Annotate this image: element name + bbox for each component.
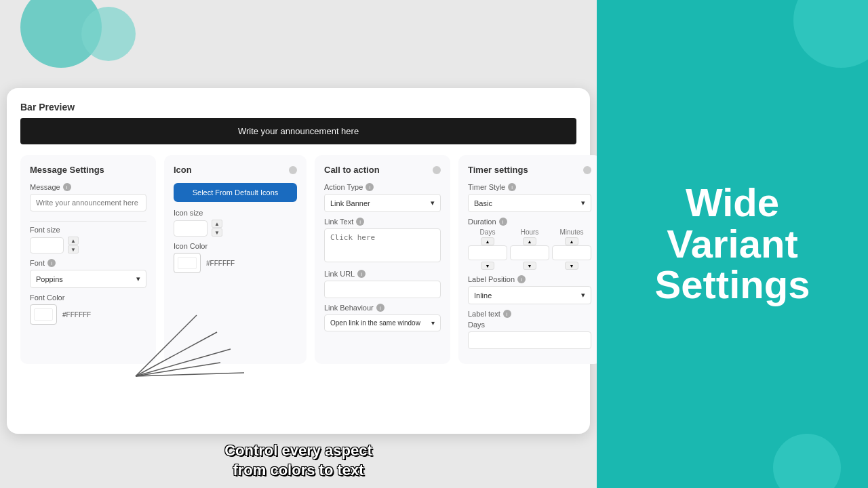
announcement-bar: Write your announcement here bbox=[20, 118, 576, 144]
font-size-spinner: 14 ▲ ▼ bbox=[30, 237, 146, 253]
duration-grid: Days ▲ 00 ▼ Hours ▲ 12 bbox=[468, 228, 591, 270]
timer-toggle[interactable] bbox=[583, 166, 591, 174]
icon-size-up[interactable]: ▲ bbox=[212, 220, 222, 228]
label-position-label: Label Position i bbox=[468, 275, 591, 283]
minutes-down-arrow: ▼ bbox=[552, 262, 591, 270]
message-section-header: Message Settings bbox=[30, 165, 146, 175]
left-panel: Bar Preview Write your announcement here… bbox=[0, 0, 597, 488]
icon-color-label: Icon Color bbox=[174, 242, 297, 250]
timer-style-label: Timer Style i bbox=[468, 183, 591, 191]
label-position-select[interactable]: Inline ▾ bbox=[468, 286, 591, 304]
right-circle-bottom bbox=[773, 434, 841, 488]
minutes-up-arrow: ▲ bbox=[552, 237, 591, 245]
minutes-input[interactable]: 00 bbox=[552, 245, 591, 260]
message-input[interactable] bbox=[30, 194, 146, 211]
icon-size-arrows: ▲ ▼ bbox=[212, 220, 222, 237]
timer-settings-section: Timer settings Timer Style i Basic ▾ Dur… bbox=[458, 155, 597, 364]
hours-chevron-down[interactable]: ▼ bbox=[523, 262, 536, 270]
link-url-label: Link URL i bbox=[324, 270, 441, 278]
font-info-icon: i bbox=[47, 259, 56, 267]
icon-size-down[interactable]: ▼ bbox=[212, 228, 222, 237]
cta-settings-section: Call to action Action Type i Link Banner… bbox=[315, 155, 450, 364]
font-color-preview bbox=[34, 308, 53, 321]
label-position-info-icon: i bbox=[517, 275, 526, 283]
action-type-label: Action Type i bbox=[324, 183, 441, 191]
caption-bar: Control every aspect from colors to text bbox=[0, 434, 597, 488]
select-default-icons-btn[interactable]: Select From Default Icons bbox=[174, 183, 297, 202]
label-position-chevron-icon: ▾ bbox=[581, 291, 585, 300]
behaviour-select[interactable]: Open link in the same window ▾ bbox=[324, 314, 441, 331]
duration-info-icon: i bbox=[499, 218, 507, 226]
font-size-down[interactable]: ▼ bbox=[68, 245, 79, 253]
minutes-chevron-up[interactable]: ▲ bbox=[565, 237, 578, 245]
days-col: Days ▲ 00 ▼ bbox=[468, 228, 507, 270]
decorative-circle-right bbox=[81, 7, 136, 61]
timer-section-title: Timer settings bbox=[468, 165, 528, 175]
link-text-label: Link Text i bbox=[324, 218, 441, 226]
font-size-up[interactable]: ▲ bbox=[68, 237, 79, 245]
settings-grid: Message Settings Message i Font size 14 … bbox=[20, 155, 576, 364]
message-label: Message i bbox=[30, 183, 146, 191]
hours-down-arrow: ▼ bbox=[510, 262, 549, 270]
cta-toggle[interactable] bbox=[433, 166, 441, 174]
minutes-col: Minutes ▲ 00 ▼ bbox=[552, 228, 591, 270]
label-text-label: Label text i bbox=[468, 310, 591, 318]
hours-label: Hours bbox=[510, 228, 549, 236]
icon-size-input[interactable]: 14 bbox=[174, 220, 208, 237]
behaviour-info-icon: i bbox=[376, 304, 384, 312]
timer-style-chevron-icon: ▾ bbox=[581, 199, 585, 207]
icon-size-spinner: 14 ▲ ▼ bbox=[174, 220, 297, 237]
bar-preview-label: Bar Preview bbox=[20, 102, 576, 113]
font-color-hex: #FFFFFF bbox=[62, 311, 91, 319]
duration-label: Duration i bbox=[468, 218, 591, 226]
days-chevron-up[interactable]: ▲ bbox=[481, 237, 494, 245]
cta-section-header: Call to action bbox=[324, 165, 441, 175]
font-color-swatch[interactable]: #FFFFFF bbox=[30, 304, 146, 325]
days-input[interactable]: 00 bbox=[468, 245, 507, 260]
behaviour-label: Link Behaviour i bbox=[324, 304, 441, 312]
font-select[interactable]: Poppins ▾ bbox=[30, 270, 146, 288]
right-heading-line1: Wide bbox=[655, 182, 810, 224]
label-days-input[interactable]: DAYS bbox=[468, 331, 591, 349]
font-color-label: Font Color bbox=[30, 293, 146, 302]
hours-col: Hours ▲ 12 ▼ bbox=[510, 228, 549, 270]
font-size-arrows: ▲ ▼ bbox=[68, 237, 79, 253]
days-chevron-down[interactable]: ▼ bbox=[481, 262, 494, 270]
message-section-title: Message Settings bbox=[30, 165, 104, 175]
link-url-input[interactable] bbox=[324, 281, 441, 298]
font-color-box[interactable] bbox=[30, 304, 57, 325]
right-heading-line2: Variant bbox=[655, 224, 810, 265]
cta-section-title: Call to action bbox=[324, 165, 380, 175]
action-type-chevron-icon: ▾ bbox=[431, 199, 435, 207]
link-text-area[interactable] bbox=[324, 228, 441, 262]
days-down-arrow: ▼ bbox=[468, 262, 507, 270]
days-up-arrow: ▲ bbox=[468, 237, 507, 245]
icon-color-preview bbox=[178, 257, 197, 269]
right-heading-block: Wide Variant Settings bbox=[655, 182, 810, 306]
message-info-icon: i bbox=[63, 183, 71, 191]
svg-line-3 bbox=[136, 363, 220, 376]
hours-input[interactable]: 12 bbox=[510, 245, 549, 260]
hours-chevron-up[interactable]: ▲ bbox=[523, 237, 536, 245]
link-url-info-icon: i bbox=[357, 270, 366, 278]
right-heading-line3: Settings bbox=[655, 264, 810, 306]
right-circle-top bbox=[793, 0, 868, 68]
icon-color-swatch[interactable]: #FFFFFF bbox=[174, 253, 297, 273]
caption-line1: Control every aspect bbox=[224, 441, 372, 461]
icon-toggle[interactable] bbox=[289, 166, 297, 174]
behaviour-chevron-icon: ▾ bbox=[431, 319, 435, 327]
icon-section-header: Icon bbox=[174, 165, 297, 175]
label-text-info-icon: i bbox=[503, 310, 511, 318]
font-size-input[interactable]: 14 bbox=[30, 237, 64, 253]
message-settings-section: Message Settings Message i Font size 14 … bbox=[20, 155, 156, 364]
action-type-info-icon: i bbox=[366, 183, 374, 191]
timer-style-info-icon: i bbox=[508, 183, 516, 191]
icon-color-box[interactable] bbox=[174, 253, 201, 273]
minutes-chevron-down[interactable]: ▼ bbox=[565, 262, 578, 270]
icon-size-label: Icon size bbox=[174, 209, 297, 217]
timer-section-header: Timer settings bbox=[468, 165, 591, 175]
hours-up-arrow: ▲ bbox=[510, 237, 549, 245]
timer-style-select[interactable]: Basic ▾ bbox=[468, 194, 591, 212]
font-chevron-icon: ▾ bbox=[136, 274, 140, 283]
action-type-select[interactable]: Link Banner ▾ bbox=[324, 194, 441, 212]
